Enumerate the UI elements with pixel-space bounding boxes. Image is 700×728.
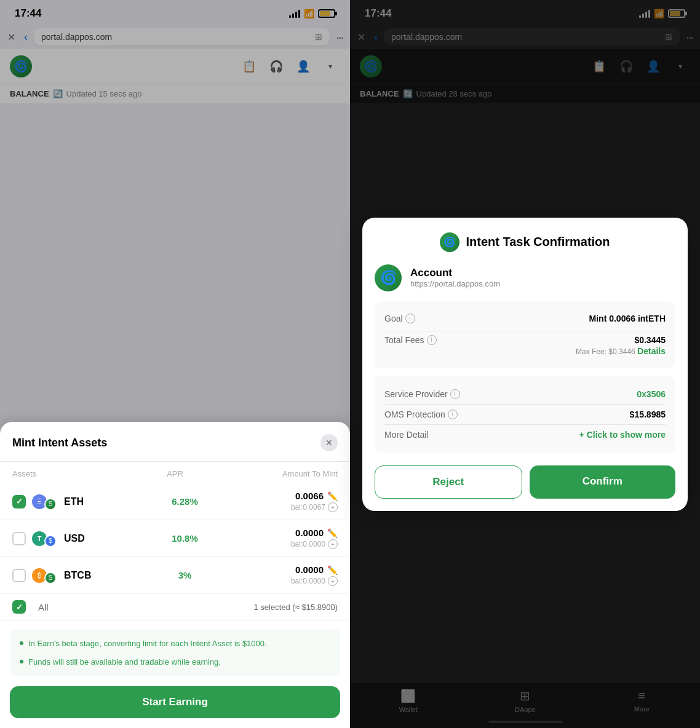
oms-label: OMS Protection i — [384, 410, 458, 419]
eth-bal: bal:0.0067 + — [215, 502, 338, 512]
fees-label: Total Fees i — [384, 335, 437, 345]
btcb-plus-icon[interactable]: + — [328, 576, 338, 586]
btcb-apr: 3% — [154, 570, 215, 580]
btcb-name: BTCB — [64, 570, 91, 581]
oms-value: $15.8985 — [630, 410, 666, 419]
account-name: Account — [410, 267, 500, 279]
fees-max-text: Max Fee: $0.3446 Details — [576, 346, 666, 356]
provider-row: Service Provider i 0x3506 — [384, 384, 666, 404]
account-info: Account https://portal.dappos.com — [410, 267, 500, 288]
goal-value: Mint 0.0066 intETH — [589, 314, 666, 323]
asset-row-usd: T $ USD 10.8% 0.0000 ✏️ bal:0.0000 + — [0, 520, 350, 557]
provider-value[interactable]: 0x3506 — [637, 389, 666, 399]
goal-row: Goal i Mint 0.0066 intETH — [384, 310, 666, 327]
btcb-amount-value: 0.0000 ✏️ — [215, 564, 338, 575]
all-label: All — [38, 602, 49, 612]
eth-amount-value: 0.0066 ✏️ — [215, 491, 338, 501]
btcb-checkbox[interactable] — [12, 569, 26, 582]
all-checkbox[interactable] — [12, 600, 26, 614]
account-logo-icon: 🌀 — [375, 264, 402, 291]
more-detail-value[interactable]: + Click to show more — [579, 430, 666, 440]
asset-row-eth: Ξ S ETH 6.28% 0.0066 ✏️ bal:0.0067 + — [0, 483, 350, 520]
usd-plus-icon[interactable]: + — [328, 539, 338, 549]
provider-card: Service Provider i 0x3506 OMS Protection… — [375, 376, 675, 453]
fees-value-col: $0.3445 Max Fee: $0.3446 Details — [576, 335, 666, 356]
info-dot-1 — [20, 641, 23, 645]
col-header-apr: APR — [143, 469, 208, 478]
account-url: https://portal.dappos.com — [410, 279, 500, 288]
mint-modal-close-button[interactable]: ✕ — [320, 434, 338, 451]
eth-name-col: Ξ S ETH — [32, 493, 154, 510]
btcb-icons: ₿ S — [32, 567, 57, 584]
provider-info-icon[interactable]: i — [450, 389, 460, 399]
info-item-2: Funds will still be available and tradab… — [20, 656, 330, 668]
usd-overlay-icon: $ — [44, 535, 57, 547]
confirm-modal-logo-icon: 🌀 — [440, 232, 459, 252]
goal-label: Goal i — [384, 314, 415, 323]
eth-overlay-icon: S — [44, 498, 57, 510]
btcb-amount-col: 0.0000 ✏️ bal:0.0000 + — [215, 564, 338, 586]
eth-apr: 6.28% — [154, 496, 215, 507]
btcb-bal: bal:0.0000 + — [215, 576, 338, 586]
info-item-1: In Earn's beta stage, converting limit f… — [20, 638, 330, 650]
left-modal-overlay: Mint Intent Assets ✕ Assets APR Amount T… — [0, 0, 350, 728]
start-earning-button[interactable]: Start Earning — [10, 686, 340, 718]
asset-row-btcb: ₿ S BTCB 3% 0.0000 ✏️ bal:0.0000 + — [0, 557, 350, 594]
all-selected-text: 1 selected (≈ $15.8900) — [254, 603, 338, 612]
reject-button[interactable]: Reject — [375, 465, 522, 499]
eth-plus-icon[interactable]: + — [328, 502, 338, 512]
account-section: 🌀 Account https://portal.dappos.com — [375, 264, 675, 291]
eth-icons: Ξ S — [32, 493, 57, 510]
provider-label: Service Provider i — [384, 389, 460, 399]
assets-table-header: Assets APR Amount To Mint — [0, 462, 350, 483]
fees-info-icon[interactable]: i — [427, 335, 437, 345]
mint-modal-title: Mint Intent Assets — [12, 437, 107, 449]
eth-name: ETH — [64, 496, 84, 507]
usd-icons: T $ — [32, 530, 57, 547]
btcb-name-col: ₿ S BTCB — [32, 567, 154, 584]
confirm-button[interactable]: Confirm — [530, 465, 676, 499]
btcb-edit-icon[interactable]: ✏️ — [327, 565, 338, 575]
oms-info-icon[interactable]: i — [448, 410, 458, 419]
usd-bal: bal:0.0000 + — [215, 539, 338, 549]
fees-value: $0.3445 — [576, 335, 666, 345]
confirm-modal-overlay: 🌀 Intent Task Confirmation 🌀 Account htt… — [350, 0, 700, 728]
usd-checkbox[interactable] — [12, 532, 26, 545]
col-header-assets: Assets — [12, 469, 143, 478]
usd-edit-icon[interactable]: ✏️ — [327, 528, 338, 538]
usd-amount-col: 0.0000 ✏️ bal:0.0000 + — [215, 528, 338, 549]
all-row: All 1 selected (≈ $15.8900) — [0, 594, 350, 620]
btcb-overlay-icon: S — [44, 572, 57, 584]
fees-row: Total Fees i $0.3445 Max Fee: $0.3446 De… — [384, 331, 666, 360]
usd-name-col: T $ USD — [32, 530, 154, 547]
goal-fees-card: Goal i Mint 0.0066 intETH Total Fees i $… — [375, 301, 675, 368]
usd-apr: 10.8% — [154, 533, 215, 544]
info-box: In Earn's beta stage, converting limit f… — [10, 629, 340, 676]
left-phone-panel: 17:44 📶 ✕ ‹ portal.dappos.com ⊞ ··· 🌀 📋 — [0, 0, 350, 728]
eth-edit-icon[interactable]: ✏️ — [327, 491, 338, 501]
oms-row: OMS Protection i $15.8985 — [384, 404, 666, 424]
fees-details-link[interactable]: Details — [637, 346, 666, 356]
confirm-modal-title-row: 🌀 Intent Task Confirmation — [375, 232, 675, 252]
more-detail-label: More Detail — [384, 430, 429, 440]
info-text-2: Funds will still be available and tradab… — [28, 656, 221, 668]
col-header-amount: Amount To Mint — [207, 469, 338, 478]
info-dot-2 — [20, 660, 23, 663]
mint-modal: Mint Intent Assets ✕ Assets APR Amount T… — [0, 422, 350, 728]
confirm-buttons-row: Reject Confirm — [375, 465, 675, 499]
eth-amount-col: 0.0066 ✏️ bal:0.0067 + — [215, 491, 338, 512]
more-detail-row: More Detail + Click to show more — [384, 424, 666, 445]
confirm-modal: 🌀 Intent Task Confirmation 🌀 Account htt… — [362, 218, 688, 511]
eth-checkbox[interactable] — [12, 495, 26, 508]
mint-modal-header: Mint Intent Assets ✕ — [0, 434, 350, 462]
usd-amount-value: 0.0000 ✏️ — [215, 528, 338, 538]
usd-name: USD — [64, 533, 85, 544]
confirm-modal-title: Intent Task Confirmation — [466, 235, 610, 249]
right-phone-panel: 17:44 📶 .dark .battery-icon::after { bac… — [350, 0, 700, 728]
goal-info-icon[interactable]: i — [405, 314, 415, 323]
info-text-1: In Earn's beta stage, converting limit f… — [28, 638, 267, 650]
